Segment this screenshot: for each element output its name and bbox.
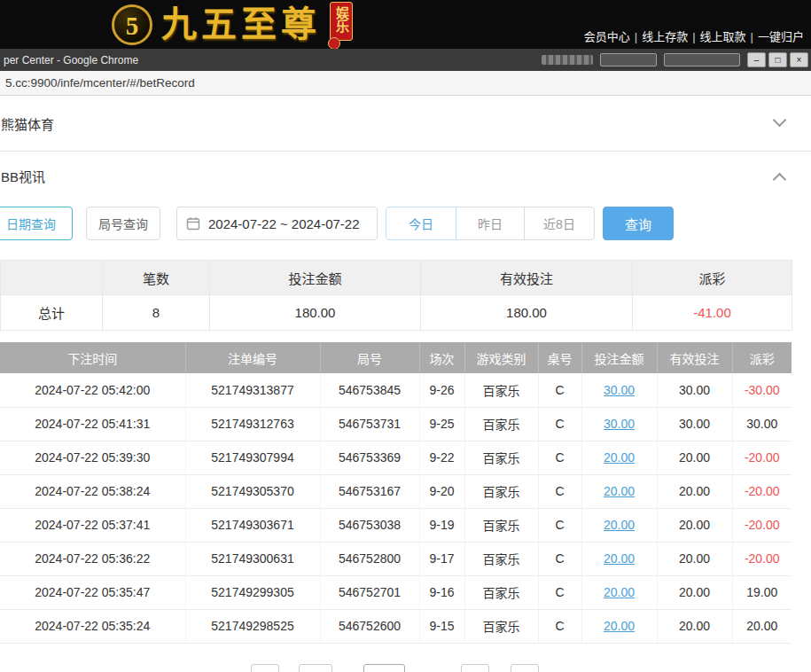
game-type-cell: 百家乐 [464,373,538,407]
nav-deposit[interactable]: 线上存款 [642,30,688,43]
nav-member-center[interactable]: 会员中心 [584,30,630,43]
bet-record-body: 2024-07-22 05:42:00 521749313877 5467538… [0,373,792,643]
order-id-cell: 521749307994 [185,441,320,474]
bet-amount-link[interactable]: 20.00 [604,619,635,633]
valid-bet-cell: 20.00 [657,441,732,474]
summary-header-blank [1,261,103,295]
table-row: 2024-07-22 05:39:30 521749307994 5467533… [0,441,792,474]
yesterday-button[interactable]: 昨日 [456,207,525,240]
round-no-cell: 546752600 [320,609,419,643]
header-game-type: 游戏类别 [464,342,538,373]
logo-seal-icon [328,37,340,49]
nav-withdraw[interactable]: 线上取款 [700,30,746,43]
filter-toolbar: 日期查询 局号查询 2024-07-22 ~ 2024-07-22 今日 昨日 … [0,207,811,240]
bet-amount-cell: 20.00 [581,542,657,575]
section-bb-video[interactable]: BB视讯 [0,152,811,200]
table-no-cell: C [538,441,581,474]
payout-cell: -20.00 [732,542,792,575]
table-no-cell: C [538,609,581,643]
game-type-cell: 百家乐 [464,609,538,643]
table-row: 2024-07-22 05:35:47 521749299305 5467527… [0,575,792,609]
header-round-no: 局号 [320,342,419,373]
bet-amount-link[interactable]: 20.00 [604,484,635,498]
bet-time-cell: 2024-07-22 05:41:31 [0,407,185,441]
session-cell: 9-22 [419,441,464,474]
section-bb-video-label: BB视讯 [1,167,45,185]
search-button[interactable]: 查询 [603,207,674,240]
summary-table: 笔数 投注金额 有效投注 派彩 总计 8 180.00 180.00 -41.0… [0,260,792,331]
valid-bet-cell: 20.00 [657,542,732,575]
game-type-cell: 百家乐 [464,407,538,441]
round-no-cell: 546752800 [320,542,419,575]
table-no-cell: C [538,474,581,508]
pagination-page-input[interactable] [363,664,405,672]
table-no-cell: C [538,575,581,609]
game-type-cell: 百家乐 [464,508,538,542]
valid-bet-cell: 20.00 [657,474,732,508]
bet-amount-link[interactable]: 20.00 [604,450,635,465]
header-order-id: 注单编号 [185,342,320,373]
header-bet-time: 下注时间 [0,342,185,373]
round-no-cell: 546753167 [320,474,419,508]
round-no-cell: 546753845 [320,373,419,407]
chevron-down-icon[interactable] [773,113,787,128]
summary-header-count: 笔数 [103,261,210,295]
order-id-cell: 521749300631 [185,542,320,575]
bet-amount-link[interactable]: 20.00 [604,551,635,566]
date-query-tab[interactable]: 日期查询 [0,207,73,240]
session-cell: 9-15 [419,609,464,643]
bet-amount-link[interactable]: 20.00 [604,585,635,599]
session-cell: 9-16 [419,575,464,609]
table-no-cell: C [538,542,581,575]
payout-cell: 20.00 [732,609,792,643]
account-info-blur [542,55,593,65]
pagination-button[interactable] [461,664,489,672]
session-cell: 9-17 [419,542,464,575]
quick-date-group: 今日 昨日 近8日 [386,207,595,240]
bet-amount-link[interactable]: 30.00 [604,417,635,431]
round-no-cell: 546752701 [320,575,419,609]
chevron-up-icon[interactable] [773,173,787,187]
order-id-cell: 521749305370 [185,474,320,508]
summary-payout: -41.00 [633,295,792,331]
bet-time-cell: 2024-07-22 05:35:47 [0,575,185,609]
address-bar[interactable]: 5.cc:9900/infe/mcenter/#/betRecord [0,71,811,96]
summary-header-payout: 派彩 [633,261,792,295]
table-row: 2024-07-22 05:35:24 521749298525 5467526… [0,609,792,643]
game-type-cell: 百家乐 [464,542,538,575]
bet-time-cell: 2024-07-22 05:35:24 [0,609,185,643]
table-row: 2024-07-22 05:41:31 521749312763 5467537… [0,407,792,441]
nav-one-key-transfer[interactable]: 一键归户 [758,30,804,43]
session-cell: 9-19 [419,508,464,542]
valid-bet-cell: 20.00 [657,508,732,542]
last-8-days-button[interactable]: 近8日 [524,207,595,240]
close-button[interactable]: × [790,52,808,67]
bet-amount-cell: 20.00 [581,474,657,508]
summary-valid-bet: 180.00 [421,295,633,331]
logo-badge: 娱乐 [330,2,353,41]
valid-bet-cell: 30.00 [657,407,732,441]
minimize-button[interactable]: – [747,52,766,67]
bet-time-cell: 2024-07-22 05:42:00 [0,373,185,407]
table-row: 2024-07-22 05:42:00 521749313877 5467538… [0,373,792,407]
maximize-button[interactable]: □ [768,52,787,67]
pagination-button[interactable] [299,664,332,672]
order-id-cell: 521749298525 [185,609,320,643]
detail-header-row: 下注时间 注单编号 局号 场次 游戏类别 桌号 投注金额 有效投注 派彩 [0,342,792,373]
pagination-button[interactable] [511,664,539,672]
valid-bet-cell: 20.00 [657,609,732,643]
bet-amount-link[interactable]: 30.00 [604,383,635,397]
today-button[interactable]: 今日 [386,207,456,240]
window-controls: – □ × [747,52,808,67]
round-query-tab[interactable]: 局号查询 [86,207,160,240]
summary-bet-amount: 180.00 [210,295,421,331]
bet-amount-link[interactable]: 20.00 [604,518,635,532]
payout-cell: 30.00 [732,407,792,441]
bet-amount-cell: 30.00 [581,407,657,441]
pagination-button[interactable] [251,664,279,672]
bet-amount-cell: 20.00 [581,441,657,474]
bet-amount-cell: 20.00 [581,609,657,643]
summary-header-valid-bet: 有效投注 [421,261,633,295]
date-range-picker[interactable]: 2024-07-22 ~ 2024-07-22 [176,207,378,240]
section-panda-sports[interactable]: 熊猫体育 [0,96,811,152]
